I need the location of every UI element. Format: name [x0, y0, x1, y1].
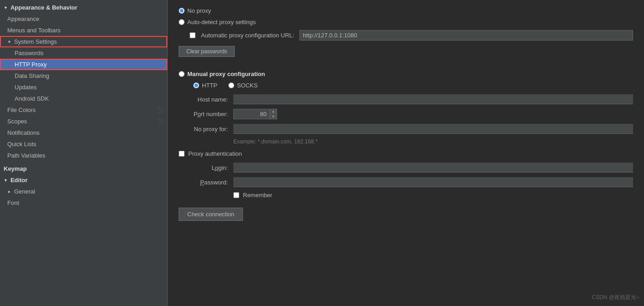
no-proxy-for-row: No proxy for: [179, 124, 633, 134]
sidebar-item-quick-lists[interactable]: Quick Lists [0, 138, 167, 150]
sidebar-label: File Colors [7, 107, 36, 113]
sidebar-item-system-settings[interactable]: ▼ System Settings [0, 36, 167, 47]
manual-proxy-option[interactable]: Manual proxy configuration [179, 71, 265, 77]
http-label: HTTP [202, 82, 217, 89]
password-label: Password: [179, 179, 233, 186]
check-connection-button[interactable]: Check connection [179, 208, 243, 221]
protocol-row: HTTP SOCKS [193, 82, 633, 89]
sidebar-label: Passwords [15, 50, 44, 56]
settings-sidebar: ▼ Appearance & Behavior Appearance Menus… [0, 0, 168, 306]
no-proxy-option[interactable]: No proxy [179, 7, 211, 14]
manual-proxy-label: Manual proxy configuration [187, 71, 265, 77]
sidebar-label: Menus and Toolbars [7, 27, 61, 34]
sidebar-item-notifications[interactable]: Notifications [0, 127, 167, 138]
password-input[interactable] [233, 177, 633, 187]
sidebar-label: System Settings [14, 38, 57, 45]
sidebar-label: Font [7, 199, 19, 206]
socks-radio[interactable] [228, 82, 234, 88]
port-number-row: Port number: ▲ ▼ [179, 109, 633, 119]
no-proxy-row: No proxy [179, 7, 633, 14]
sidebar-label: Appearance [7, 15, 39, 22]
sidebar-label: Scopes [7, 118, 27, 125]
remember-row: Remember [233, 192, 633, 199]
login-input[interactable] [233, 163, 633, 173]
no-proxy-radio[interactable] [179, 8, 185, 14]
password-row: Password: [179, 177, 633, 187]
no-proxy-for-input[interactable] [233, 124, 633, 134]
sidebar-item-general[interactable]: ► General [0, 186, 167, 197]
port-increment-button[interactable]: ▲ [270, 109, 277, 114]
auto-config-label: Automatic proxy configuration URL: [201, 32, 294, 39]
sidebar-item-scopes[interactable]: Scopes ⬛ [0, 116, 167, 127]
sidebar-label: Keymap [4, 165, 27, 172]
socks-label: SOCKS [237, 82, 258, 89]
manual-proxy-row: Manual proxy configuration [179, 71, 633, 77]
sidebar-label: Path Variables [7, 152, 46, 159]
sidebar-item-data-sharing[interactable]: Data Sharing [0, 70, 167, 82]
sidebar-label: Data Sharing [15, 72, 49, 79]
sidebar-label: General [14, 188, 35, 195]
auto-detect-label: Auto-detect proxy settings [187, 19, 256, 26]
http-option[interactable]: HTTP [193, 82, 217, 89]
http-radio[interactable] [193, 82, 199, 88]
sidebar-item-appearance-behavior[interactable]: ▼ Appearance & Behavior [0, 2, 167, 13]
http-proxy-content: No proxy Auto-detect proxy settings Auto… [168, 0, 644, 306]
sidebar-item-path-variables[interactable]: Path Variables [0, 150, 167, 161]
port-spinner: ▲ ▼ [233, 109, 277, 119]
check-connection-wrapper: Check connection [179, 208, 633, 221]
sidebar-item-android-sdk[interactable]: Android SDK [0, 93, 167, 104]
remember-label: Remember [243, 192, 272, 199]
clear-passwords-button[interactable]: Clear passwords [179, 46, 235, 57]
sidebar-item-file-colors[interactable]: File Colors ⬛ [0, 104, 167, 116]
sidebar-item-passwords[interactable]: Passwords [0, 47, 167, 59]
no-proxy-label: No proxy [187, 7, 211, 14]
sidebar-item-updates[interactable]: Updates [0, 82, 167, 93]
port-number-label: Port number: [179, 111, 233, 117]
login-label: Login: [179, 164, 233, 171]
proxy-auth-checkbox[interactable] [179, 151, 185, 157]
sidebar-label: Notifications [7, 129, 40, 136]
copy-icon: ⬛ [157, 107, 164, 113]
expand-icon: ▼ [7, 40, 11, 44]
proxy-auth-row: Proxy authentication [179, 150, 633, 157]
auto-detect-radio[interactable] [179, 19, 185, 25]
sidebar-label: Appearance & Behavior [10, 4, 77, 11]
host-name-label: Host name: [179, 96, 233, 103]
auto-detect-option[interactable]: Auto-detect proxy settings [179, 19, 256, 26]
manual-proxy-radio[interactable] [179, 71, 185, 77]
sidebar-label: Updates [15, 84, 36, 91]
host-name-row: Host name: [179, 94, 633, 104]
port-spinner-buttons: ▲ ▼ [270, 109, 277, 119]
port-number-input[interactable] [233, 109, 270, 119]
watermark: CSDN @夜雨星光~ [592, 294, 639, 301]
sidebar-item-editor[interactable]: ▼ Editor [0, 174, 167, 186]
auto-config-url-row: Automatic proxy configuration URL: [190, 30, 633, 41]
sidebar-item-http-proxy[interactable]: HTTP Proxy [0, 59, 167, 70]
example-text: Example: *.domain.com, 192.168.* [233, 138, 633, 145]
sidebar-label: Editor [10, 177, 28, 184]
sidebar-item-font[interactable]: Font [0, 197, 167, 209]
port-decrement-button[interactable]: ▼ [270, 114, 277, 119]
sidebar-label: HTTP Proxy [15, 61, 47, 68]
remember-checkbox[interactable] [233, 192, 239, 198]
auto-detect-row: Auto-detect proxy settings [179, 19, 633, 26]
copy-icon: ⬛ [157, 118, 164, 124]
auto-config-checkbox[interactable] [190, 32, 196, 38]
auto-config-url-input[interactable] [299, 30, 633, 41]
sidebar-item-keymap[interactable]: Keymap [0, 163, 167, 174]
sidebar-item-appearance[interactable]: Appearance [0, 13, 167, 25]
no-proxy-for-label: No proxy for: [179, 126, 233, 133]
expand-icon: ► [7, 189, 11, 194]
socks-option[interactable]: SOCKS [228, 82, 258, 89]
sidebar-item-menus-toolbars[interactable]: Menus and Toolbars [0, 25, 167, 36]
login-row: Login: [179, 163, 633, 173]
expand-icon: ▼ [4, 178, 8, 183]
host-name-input[interactable] [233, 94, 633, 104]
proxy-auth-label: Proxy authentication [188, 150, 242, 157]
sidebar-label: Quick Lists [7, 141, 36, 148]
expand-icon: ▼ [4, 5, 8, 10]
sidebar-label: Android SDK [15, 95, 49, 102]
